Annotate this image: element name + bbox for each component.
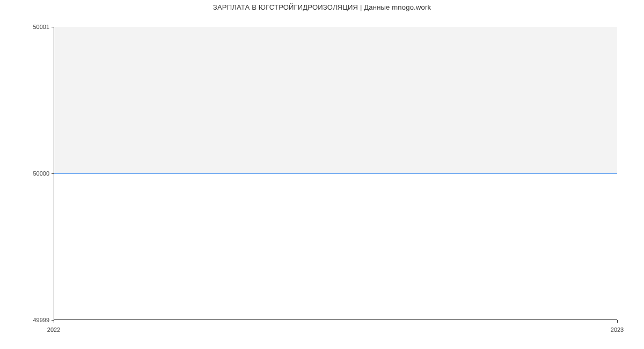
y-tick-label: 50000 <box>33 170 49 177</box>
plot-area <box>54 27 617 320</box>
x-axis <box>54 319 617 320</box>
chart-title: ЗАРПЛАТА В ЮГСТРОЙГИДРОИЗОЛЯЦИЯ | Данные… <box>0 3 644 11</box>
y-tick-label: 50001 <box>33 24 49 30</box>
x-tick-label: 2022 <box>47 326 60 333</box>
y-tick-label: 49999 <box>33 317 49 323</box>
y-tick <box>52 27 54 27</box>
y-tick <box>52 173 54 174</box>
y-axis <box>54 27 54 320</box>
x-tick-label: 2023 <box>611 326 624 333</box>
data-line <box>54 173 617 174</box>
x-tick <box>617 320 618 323</box>
x-tick <box>54 320 54 323</box>
plot-band-upper <box>54 27 617 173</box>
